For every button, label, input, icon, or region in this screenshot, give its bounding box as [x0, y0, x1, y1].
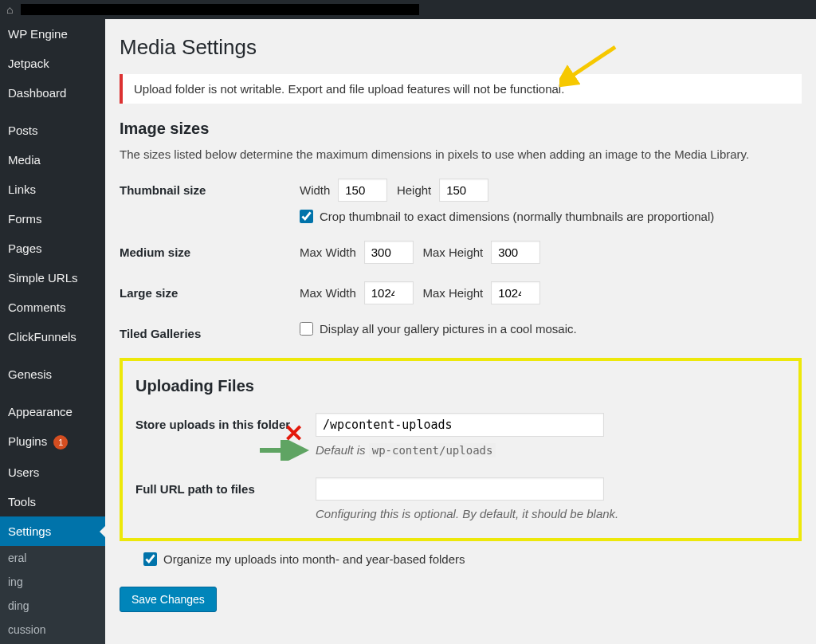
medium-label: Medium size [120, 241, 300, 259]
medium-maxh-label: Max Height [422, 245, 483, 259]
crop-label: Crop thumbnail to exact dimensions (norm… [320, 210, 714, 223]
uploading-heading: Uploading Files [135, 377, 786, 395]
home-icon[interactable]: ⌂ [6, 3, 13, 16]
image-sizes-desc: The sizes listed below determine the max… [120, 146, 802, 164]
sidebar-item-appearance[interactable]: Appearance [0, 397, 105, 426]
sidebar-item-links[interactable]: Links [0, 175, 105, 204]
sidebar-item-media[interactable]: Media [0, 145, 105, 175]
sidebar-item-genesis[interactable]: Genesis [0, 359, 105, 389]
sidebar-item-wpengine[interactable]: WP Engine [0, 19, 105, 49]
error-notice: Upload folder is not writable. Export an… [120, 74, 802, 104]
sidebar-item-label: Plugins [8, 434, 47, 448]
sidebar-item-pages[interactable]: Pages [0, 234, 105, 263]
main-content: Media Settings Upload folder is not writ… [105, 19, 816, 644]
sidebar-sub-reading[interactable]: ding [0, 594, 105, 618]
thumbnail-height-input[interactable] [439, 179, 488, 202]
tiled-check-label: Display all your gallery pictures in a c… [320, 322, 577, 336]
admin-sidebar: WP Engine Jetpack Dashboard Posts Media … [0, 19, 105, 644]
large-maxh-label: Max Height [422, 286, 483, 300]
large-label: Large size [120, 281, 300, 300]
thumbnail-width-input[interactable] [338, 179, 387, 202]
image-sizes-heading: Image sizes [120, 120, 802, 138]
sidebar-item-clickfunnels[interactable]: ClickFunnels [0, 322, 105, 351]
large-maxw-label: Max Width [300, 286, 356, 300]
url-path-label: Full URL path to files [135, 477, 316, 496]
plugins-badge: 1 [53, 435, 68, 450]
save-button[interactable]: Save Changes [120, 587, 217, 612]
uploading-highlight-box: Uploading Files Store uploads in this fo… [120, 358, 802, 541]
sidebar-item-simple-urls[interactable]: Simple URLs [0, 263, 105, 293]
thumbnail-label: Thumbnail size [120, 179, 300, 197]
url-path-input[interactable] [316, 477, 604, 501]
medium-maxw-label: Max Width [300, 245, 356, 259]
sidebar-item-users[interactable]: Users [0, 457, 105, 487]
large-height-input[interactable] [491, 281, 540, 304]
annotation-arrow-green [258, 440, 314, 461]
upload-folder-hint: Default is wp-content/uploads [316, 443, 786, 457]
crop-checkbox[interactable] [300, 210, 313, 223]
tiled-checkbox[interactable] [300, 322, 313, 336]
sidebar-sub-general[interactable]: eral [0, 546, 105, 570]
organize-checkbox[interactable] [143, 552, 157, 566]
annotation-arrow-yellow [559, 43, 623, 91]
sidebar-item-dashboard[interactable]: Dashboard [0, 78, 105, 108]
sidebar-sub-discussion[interactable]: cussion [0, 618, 105, 642]
svg-line-1 [567, 47, 615, 79]
store-label-text: Store uploads in this folder [135, 418, 290, 431]
url-path-hint: Configuring this is optional. By default… [316, 507, 786, 520]
height-label: Height [397, 183, 431, 197]
tiled-label: Tiled Galleries [120, 322, 300, 340]
medium-height-input[interactable] [491, 241, 540, 264]
medium-width-input[interactable] [364, 241, 414, 264]
sidebar-item-forms[interactable]: Forms [0, 204, 105, 234]
sidebar-sub-writing[interactable]: ing [0, 570, 105, 594]
upload-folder-input[interactable] [316, 413, 604, 437]
sidebar-item-tools[interactable]: Tools [0, 487, 105, 516]
redacted-bar [21, 4, 419, 15]
hint-code: wp-content/uploads [369, 443, 496, 457]
hint-prefix: Default is [316, 443, 369, 457]
width-label: Width [300, 183, 330, 197]
sidebar-item-posts[interactable]: Posts [0, 116, 105, 145]
large-width-input[interactable] [364, 281, 414, 304]
sidebar-item-plugins[interactable]: Plugins 1 [0, 426, 105, 457]
sidebar-item-comments[interactable]: Comments [0, 293, 105, 322]
sidebar-item-jetpack[interactable]: Jetpack [0, 49, 105, 78]
organize-label: Organize my uploads into month- and year… [163, 552, 465, 566]
sidebar-item-settings[interactable]: Settings [0, 516, 105, 546]
admin-topbar: ⌂ [0, 0, 816, 19]
page-title: Media Settings [120, 35, 802, 60]
